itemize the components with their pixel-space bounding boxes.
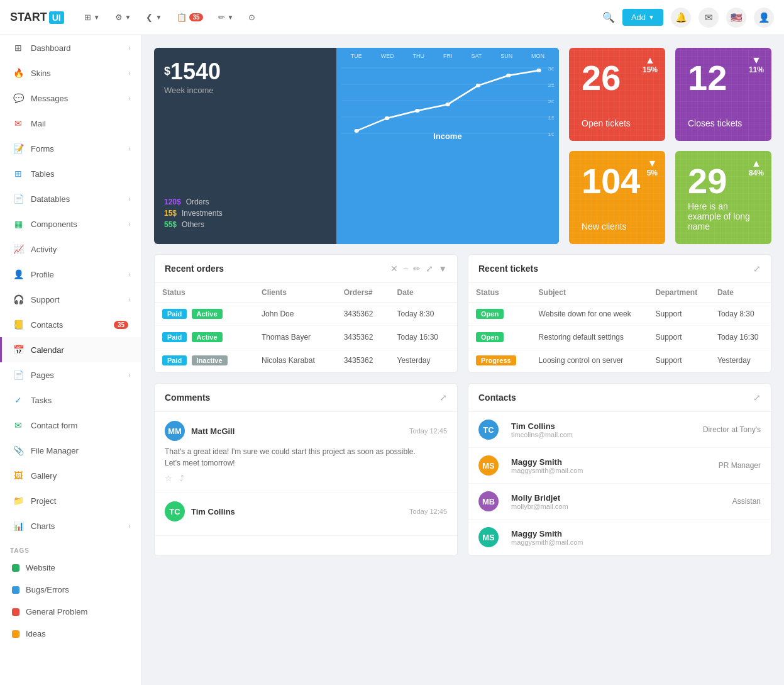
sidebar-label-pages: Pages [31,370,128,380]
sidebar-label-file-manager: File Manager [31,446,131,455]
sidebar-label-dashboard: Dashboard [31,43,128,53]
sidebar-item-forms[interactable]: 📝 Forms › [0,136,141,161]
edit-panel-btn[interactable]: ✏ [413,264,421,274]
sidebar-item-dashboard[interactable]: ⊞ Dashboard › [0,35,141,60]
sidebar-item-components[interactable]: ▦ Components › [0,211,141,237]
chevron-right-icon: › [128,145,131,152]
sidebar-item-datatables[interactable]: 📄 Datatables › [0,186,141,211]
filter-panel-btn[interactable]: ▼ [438,264,447,274]
chevron-right-icon: › [128,220,131,228]
recent-orders-title: Recent orders [165,264,390,274]
ticket-widgets-grid: 26 Open tickets ▲ 15% 12 Closes tickets … [569,48,771,244]
notifications-icon[interactable]: 🔔 [671,8,691,28]
sidebar-item-profile[interactable]: 👤 Profile › [0,262,141,287]
logo[interactable]: START UI [10,11,64,24]
dept-cell: Support [648,303,709,326]
order-cell: 3435362 [336,349,390,372]
language-icon[interactable]: 🇺🇸 [726,8,746,28]
sidebar-item-file-manager[interactable]: 📎 File Manager [0,438,141,463]
search-icon[interactable]: 🔍 [602,11,615,23]
sidebar-item-bugs[interactable]: Bugs/Errors [0,579,141,601]
sidebar-item-tasks[interactable]: ✓ Tasks [0,387,141,413]
svg-point-12 [415,109,419,113]
closed-tickets-badge: ▼ 11% [749,55,764,74]
edit-tool-btn[interactable]: ✏ ▼ [213,10,239,25]
contact-email: mollybr@mail.com [511,503,732,510]
contact-role: Director at Tony's [703,425,761,434]
share-tool-btn[interactable]: ❮ ▼ [141,10,167,25]
sidebar-item-general[interactable]: General Problem [0,601,141,623]
contacts-icon: 📒 [12,318,25,331]
user-avatar[interactable]: 👤 [754,8,774,28]
sidebar-item-mail[interactable]: ✉ Mail [0,111,141,136]
sidebar-item-skins[interactable]: 🔥 Skins › [0,60,141,86]
sidebar-label-profile: Profile [31,270,128,279]
add-button[interactable]: Add ▼ [622,9,663,26]
sidebar-item-messages[interactable]: 💬 Messages › [0,86,141,111]
table-row: Open Website down for one week Support T… [468,303,771,326]
status-cell: Open [468,303,531,326]
col-orders: Orders# [336,283,390,303]
svg-text:300: 300 [548,66,554,72]
sidebar-item-website[interactable]: Website [0,557,141,579]
expand-panel-btn[interactable]: ⤢ [753,264,761,274]
chevron-right-icon: › [128,195,131,203]
income-currency: $ [164,65,170,77]
calendar-icon: 📅 [12,343,25,356]
panels-row: Recent orders ✕ − ✏ ⤢ ▼ Status Clients [154,254,771,373]
sidebar-label-general: General Problem [26,607,131,616]
col-clients: Clients [254,283,336,303]
contact-item: MS Maggy Smith maggysmith@mail.com [468,520,771,555]
date-cell: Today 8:30 [390,303,457,326]
sidebar-item-ideas[interactable]: Ideas [0,623,141,645]
avatar: MB [478,491,499,511]
panel-actions: ✕ − ✏ ⤢ ▼ [390,264,447,274]
settings-tool-btn[interactable]: ⚙ ▼ [110,10,136,25]
star-icon[interactable]: ☆ [165,474,172,483]
income-left: $1540 Week income 120$ Orders 15$ Invest… [154,48,336,244]
expand-panel-btn[interactable]: ⤢ [753,393,761,403]
comments-panel: Comments ⤢ MM Matt McGill Today 12:45 Th… [154,383,458,556]
recent-orders-panel: Recent orders ✕ − ✏ ⤢ ▼ Status Clients [154,254,458,373]
orders-label: Orders [186,198,209,206]
contact-email: maggysmith@mail.com [511,538,761,546]
support-icon: 🎧 [12,293,25,306]
sidebar-item-contact-form[interactable]: ✉ Contact form [0,413,141,438]
sidebar-item-charts[interactable]: 📊 Charts › [0,513,141,538]
contact-info: Maggy Smith maggysmith@mail.com [511,457,719,474]
close-panel-btn[interactable]: ✕ [390,264,398,274]
clipboard-tool-btn[interactable]: 📋 35 [172,10,207,25]
components-icon: ▦ [12,218,25,230]
share-icon[interactable]: ⤴ [180,474,184,483]
expand-panel-btn[interactable]: ⤢ [439,393,447,403]
minimize-panel-btn[interactable]: − [403,264,408,274]
investments-label: Investments [182,209,223,218]
expand-panel-btn[interactable]: ⤢ [426,264,433,274]
dept-cell: Support [648,349,709,372]
website-tag-dot [12,564,19,572]
sidebar-label-datatables: Datatables [31,194,128,204]
date-cell: Today 16:30 [710,326,771,349]
sidebar-label-support: Support [31,295,128,304]
sidebar-item-tables[interactable]: ⊞ Tables [0,161,141,186]
contact-role: Assistan [732,497,761,506]
sidebar-item-contacts[interactable]: 📒 Contacts 35 [0,312,141,337]
sidebar-item-gallery[interactable]: 🖼 Gallery [0,463,141,488]
sidebar-item-pages[interactable]: 📄 Pages › [0,362,141,387]
mail-icon[interactable]: ✉ [698,8,719,28]
col-subject: Subject [531,283,648,303]
open-badge: Open [476,309,504,319]
sidebar-item-project[interactable]: 📁 Project [0,488,141,513]
col-status: Status [155,283,254,303]
grid-tool-btn[interactable]: ⊞ ▼ [79,10,105,25]
comment-header: MM Matt McGill Today 12:45 [165,421,447,441]
income-others-row: 55$ Others [164,220,326,229]
sidebar-item-calendar[interactable]: 📅 Calendar [0,337,141,362]
example-percent: 84% [749,169,764,177]
globe-tool-btn[interactable]: ⊙ [243,10,260,25]
sidebar-item-support[interactable]: 🎧 Support › [0,287,141,312]
chart-label: Income [336,131,559,141]
up-arrow-icon: ▲ [751,159,761,169]
sidebar-item-activity[interactable]: 📈 Activity [0,237,141,262]
contact-info: Molly Bridjet mollybr@mail.com [511,493,732,510]
